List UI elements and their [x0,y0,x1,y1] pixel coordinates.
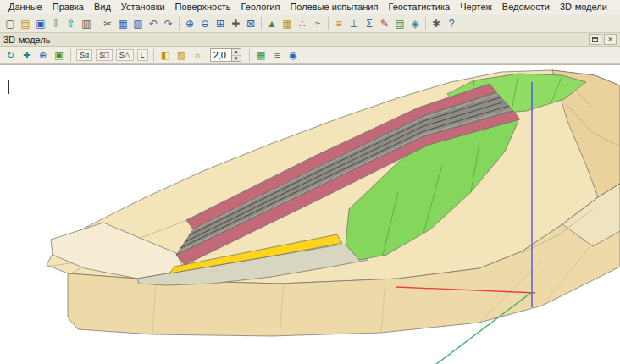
layers-3d-icon[interactable]: ≡ [270,48,285,63]
zoom-view-icon[interactable]: ⊕ [36,48,50,63]
open-file-icon[interactable]: ▤ [18,16,33,31]
orbit-icon[interactable]: ↻ [3,48,18,63]
toggle-lines-button[interactable]: L [137,49,148,62]
save-icon[interactable]: ▣ [33,16,48,31]
toolbar-separator [70,49,71,62]
points-icon[interactable]: ∴ [295,16,310,31]
export-icon[interactable]: ⇧ [64,16,79,31]
menu-item-geology[interactable]: Геология [235,1,285,13]
toolbar-separator [97,17,97,30]
spinner-down-icon[interactable]: ▼ [232,56,241,62]
close-panel-button[interactable]: × [604,34,617,45]
menu-item-geostatistics[interactable]: Геостатистика [383,1,455,13]
new-file-icon[interactable]: ▢ [3,16,18,31]
toolbar-separator [425,17,426,30]
toolbar-separator [179,17,180,30]
menu-item-data[interactable]: Данные [3,1,47,13]
zoom-out-icon[interactable]: ⊖ [197,16,213,31]
zoom-in-icon[interactable]: ⊕ [182,16,197,31]
camera-icon[interactable]: ◉ [286,48,301,63]
light-icon[interactable]: ☼ [191,48,205,63]
statistics-icon[interactable]: Σ [362,16,377,31]
undo-icon[interactable]: ↶ [146,16,161,31]
panel-title: 3D-модель [3,35,50,45]
pan-icon[interactable]: ✚ [228,16,243,31]
toggle-surface-alpha-button[interactable]: Sα [76,49,92,62]
toolbar-separator [249,49,250,62]
print-icon[interactable]: ▥ [79,16,94,31]
geology-icon[interactable]: ≡ [331,16,346,31]
toolbar-separator [328,17,329,30]
redo-icon[interactable]: ↷ [161,16,176,31]
panel-title-bar: 3D-модель × [0,33,620,47]
cut-icon[interactable]: ✂ [100,16,115,31]
settings-icon[interactable]: ✱ [429,16,444,31]
surface-icon[interactable]: ▲ [264,16,280,31]
pan-view-icon[interactable]: ✚ [19,48,34,63]
menu-item-3d-models[interactable]: 3D-модели [555,1,612,13]
grid-3d-icon[interactable]: ▦ [254,48,268,63]
texture-icon[interactable]: ▨ [174,48,189,63]
help-icon[interactable]: ? [444,16,459,31]
menu-bar: Данные Правка Вид Установки Поверхность … [0,0,620,14]
report-icon[interactable]: ▤ [392,16,407,31]
menu-item-settings[interactable]: Установки [116,1,170,13]
menu-item-surface[interactable]: Поверхность [170,1,236,13]
vertical-scale-value[interactable]: 2,0 [211,50,231,60]
toolbar-separator [261,17,262,30]
drawing-icon[interactable]: ✎ [377,16,392,31]
viewport-canvas[interactable] [0,65,620,364]
toolbar-separator [153,49,154,62]
panel-3d-toolbar: ↻ ✚ ⊕ ▣ Sα S□ S△ L ◧ ▨ ☼ 2,0 ▲ ▼ ▦ ≡ ◉ [0,47,620,64]
spinner-up-icon[interactable]: ▲ [232,49,241,56]
paste-icon[interactable]: ▧ [130,16,146,31]
viewport-3d[interactable] [0,64,620,364]
zoom-extents-icon[interactable]: ⊠ [243,16,258,31]
toggle-surface-solid-button[interactable]: S□ [96,49,112,62]
fill-style-icon[interactable]: ◧ [158,48,173,63]
float-panel-button[interactable] [589,34,601,45]
zoom-window-icon[interactable]: ⊞ [213,16,228,31]
menu-item-field-tests[interactable]: Полевые испытания [285,1,383,13]
fit-view-icon[interactable]: ▣ [52,48,66,63]
contours-icon[interactable]: ≈ [310,16,325,31]
grid-icon[interactable]: ▦ [280,16,295,31]
toggle-surface-mesh-button[interactable]: S△ [116,49,134,62]
menu-item-reports[interactable]: Ведомости [497,1,555,13]
main-toolbar: ▢ ▤ ▣ ⇩ ⇧ ▥ ✂ ▦ ▧ ↶ ↷ ⊕ ⊖ ⊞ ✚ ⊠ ▲ ▦ ∴ ≈ … [0,14,620,33]
copy-icon[interactable]: ▦ [115,16,130,31]
menu-item-view[interactable]: Вид [89,1,116,13]
model3d-icon[interactable]: ◈ [407,16,423,31]
import-icon[interactable]: ⇩ [48,16,64,31]
spinner-arrows: ▲ ▼ [231,49,241,61]
menu-item-edit[interactable]: Правка [47,1,89,13]
float-icon [592,37,598,42]
vertical-scale-spinner[interactable]: 2,0 ▲ ▼ [210,48,241,62]
menu-item-drawing[interactable]: Чертеж [455,1,497,13]
borehole-icon[interactable]: ⊥ [346,16,362,31]
